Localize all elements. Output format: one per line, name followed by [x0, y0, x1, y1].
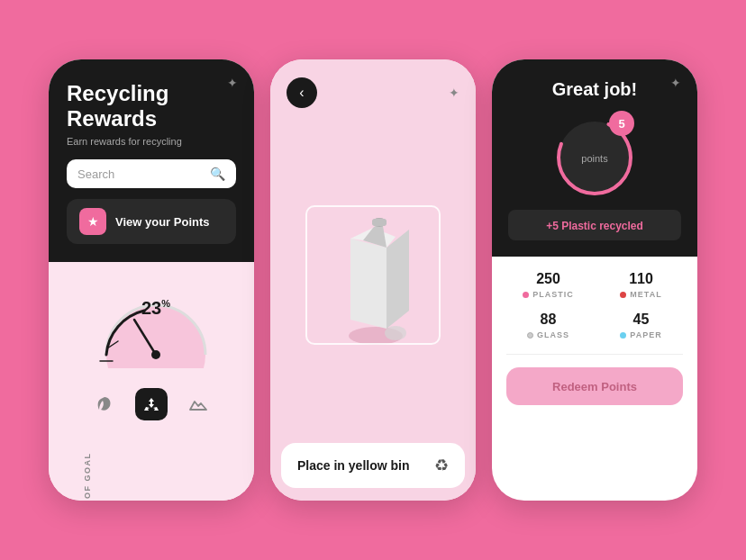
phone3-bottom: 250 PLASTIC 110 METAL 88 [492, 257, 697, 416]
star-icon: ★ [79, 208, 106, 235]
percent-value: 23% [141, 298, 170, 319]
redeem-button[interactable]: Redeem Points [506, 367, 683, 405]
metal-value: 110 [599, 271, 683, 287]
plastic-value: 250 [506, 271, 590, 287]
points-badge: 5 [609, 111, 634, 136]
phone-2: ‹ ✦ [270, 59, 476, 501]
stat-plastic: 250 PLASTIC [506, 271, 590, 299]
phone1-body: % OF GOAL 23% [49, 262, 254, 501]
app-subtitle: Earn rewards for recycling [67, 136, 236, 147]
glass-value: 88 [506, 312, 590, 328]
points-label: points [581, 153, 607, 164]
scanner-frame [305, 205, 441, 345]
phone3-header: ✦ Great job! points 5 +5 Plastic recycle… [492, 59, 697, 257]
search-placeholder: Search [77, 167, 210, 181]
phone-1: ✦ RecyclingRewards Earn rewards for recy… [49, 59, 254, 501]
redeem-label: Redeem Points [552, 380, 637, 393]
plastic-label: PLASTIC [532, 290, 574, 299]
phone2-topbar: ‹ ✦ [270, 59, 476, 117]
gauge-area: 23% [72, 278, 240, 375]
search-bar[interactable]: Search 🔍 [67, 159, 236, 188]
recycled-text: +5 Plastic recycled [546, 220, 643, 232]
search-icon: 🔍 [210, 167, 225, 181]
phone1-header: ✦ RecyclingRewards Earn rewards for recy… [49, 59, 254, 262]
dot-paper [620, 332, 626, 339]
paper-value: 45 [599, 312, 683, 328]
expand-icon-3: ✦ [670, 76, 681, 90]
metal-label: METAL [630, 290, 661, 299]
dot-plastic [523, 292, 529, 298]
nav-leaf[interactable] [88, 388, 121, 420]
recycled-bar: +5 Plastic recycled [508, 210, 681, 240]
stat-glass: 88 GLASS [506, 312, 590, 339]
nav-recycle[interactable] [135, 388, 168, 420]
points-gauge: points 5 [508, 113, 681, 203]
phones-container: ✦ RecyclingRewards Earn rewards for recy… [49, 59, 697, 501]
view-points-button[interactable]: ★ View your Points [67, 199, 236, 244]
paper-label: PAPER [630, 330, 661, 339]
great-job-title: Great job! [508, 79, 681, 100]
dot-glass [527, 332, 533, 339]
back-button[interactable]: ‹ [287, 77, 317, 108]
scanner-area [270, 117, 476, 432]
goal-label: % OF GOAL [83, 453, 92, 501]
nav-mountain[interactable] [182, 388, 214, 420]
points-center: points [581, 149, 607, 166]
divider [506, 354, 683, 355]
stat-metal: 110 METAL [599, 271, 683, 299]
glass-label: GLASS [537, 330, 569, 339]
action-bar: Place in yellow bin ♻ [281, 443, 465, 488]
points-btn-label: View your Points [115, 215, 210, 229]
svg-point-2 [151, 350, 160, 359]
phone-3: ✦ Great job! points 5 +5 Plastic recycle… [492, 59, 697, 501]
bottom-nav [63, 379, 240, 426]
expand-icon-2: ✦ [449, 86, 459, 100]
phone2-bg: ‹ ✦ [270, 59, 476, 501]
back-icon: ‹ [299, 85, 304, 101]
app-title: RecyclingRewards [67, 81, 236, 131]
stat-paper: 45 PAPER [599, 312, 683, 339]
expand-icon: ✦ [227, 76, 238, 90]
dot-metal [620, 292, 626, 298]
bin-icon: ♻ [434, 456, 449, 475]
stats-grid: 250 PLASTIC 110 METAL 88 [506, 271, 683, 339]
action-label: Place in yellow bin [297, 458, 409, 473]
